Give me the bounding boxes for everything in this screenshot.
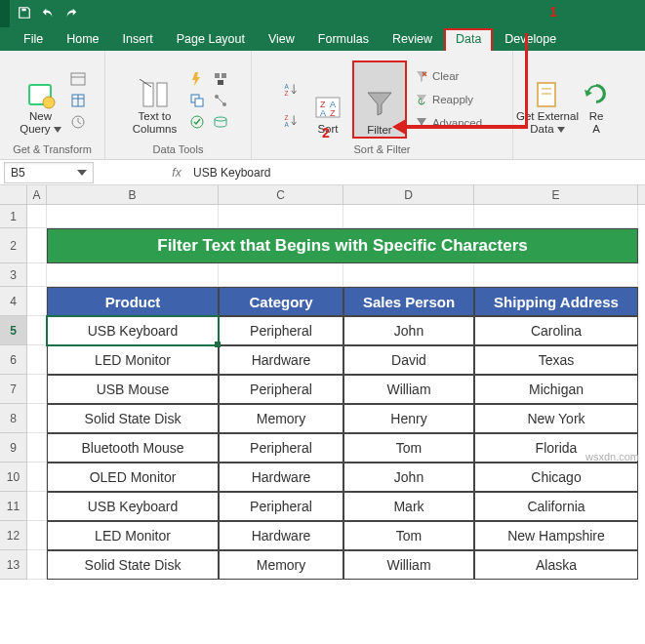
sort-asc-icon[interactable]: AZ	[278, 77, 303, 102]
relationships-icon[interactable]	[211, 91, 230, 110]
cell[interactable]: Hardware	[219, 521, 343, 550]
redo-icon[interactable]	[64, 6, 78, 22]
cell[interactable]	[47, 263, 219, 287]
cell[interactable]: Henry	[343, 404, 474, 433]
header-product[interactable]: Product	[47, 287, 219, 316]
row-header[interactable]: 10	[0, 463, 27, 492]
cell[interactable]	[27, 287, 47, 316]
tab-file[interactable]: File	[12, 28, 55, 51]
cell[interactable]	[27, 550, 47, 580]
cell[interactable]: Mark	[343, 492, 474, 521]
consolidate-icon[interactable]	[211, 69, 230, 89]
data-validation-icon[interactable]	[187, 112, 207, 132]
header-sales-person[interactable]: Sales Person	[343, 287, 474, 316]
cell[interactable]: Peripheral	[219, 375, 343, 404]
cell[interactable]: Hardware	[219, 345, 343, 375]
cell[interactable]: Carolina	[474, 316, 638, 345]
cell[interactable]	[27, 492, 47, 521]
cell[interactable]: Tom	[343, 521, 474, 550]
cell[interactable]	[27, 228, 47, 263]
cell[interactable]: USB Keyboard	[47, 492, 219, 521]
cell[interactable]: Peripheral	[219, 492, 343, 521]
show-queries-icon[interactable]	[68, 69, 88, 89]
tab-data[interactable]: Data	[444, 28, 493, 51]
cell[interactable]: Memory	[219, 550, 343, 580]
row-header[interactable]: 7	[0, 375, 27, 404]
cell[interactable]: Solid State Disk	[47, 550, 219, 580]
cell[interactable]	[219, 263, 343, 287]
text-to-columns-button[interactable]: Text to Columns	[127, 61, 183, 138]
row-header[interactable]: 11	[0, 492, 27, 521]
row-header[interactable]: 2	[0, 228, 27, 263]
tab-home[interactable]: Home	[55, 28, 110, 51]
cell[interactable]: New Hampshire	[474, 521, 638, 550]
reapply-filter-button[interactable]: Reapply	[411, 89, 486, 110]
cell[interactable]: Peripheral	[219, 433, 343, 463]
header-category[interactable]: Category	[219, 287, 343, 316]
cell[interactable]: California	[474, 492, 638, 521]
col-header-c[interactable]: C	[219, 185, 343, 204]
cell[interactable]	[343, 205, 474, 228]
col-header-b[interactable]: B	[47, 185, 219, 204]
cell[interactable]	[474, 205, 638, 228]
title-cell[interactable]: Filter Text that Begins with Specific Ch…	[47, 228, 638, 263]
cell[interactable]: LED Monitor	[47, 521, 219, 550]
cell[interactable]: LED Monitor	[47, 345, 219, 375]
cell[interactable]	[27, 463, 47, 492]
select-all-corner[interactable]	[0, 185, 27, 205]
cell[interactable]: Texas	[474, 345, 638, 375]
advanced-filter-button[interactable]: Advanced	[411, 112, 486, 134]
cell[interactable]: OLED Monitor	[47, 463, 219, 492]
row-header[interactable]: 9	[0, 433, 27, 463]
cell[interactable]	[27, 263, 47, 287]
cell[interactable]	[343, 263, 474, 287]
row-header[interactable]: 8	[0, 404, 27, 433]
cell[interactable]: Alaska	[474, 550, 638, 580]
row-header[interactable]: 3	[0, 263, 27, 287]
tab-view[interactable]: View	[257, 28, 306, 51]
cell[interactable]: William	[343, 375, 474, 404]
tab-insert[interactable]: Insert	[111, 28, 165, 51]
col-header-e[interactable]: E	[474, 185, 638, 204]
new-query-button[interactable]: New Query	[18, 61, 64, 138]
cell[interactable]: David	[343, 345, 474, 375]
header-shipping-address[interactable]: Shipping Address	[474, 287, 638, 316]
cell[interactable]: Chicago	[474, 463, 638, 492]
tab-formulas[interactable]: Formulas	[306, 28, 381, 51]
cell[interactable]: Hardware	[219, 463, 343, 492]
name-box[interactable]: B5	[4, 162, 94, 183]
row-header[interactable]: 4	[0, 287, 27, 316]
from-table-icon[interactable]	[68, 91, 88, 110]
cell[interactable]	[27, 345, 47, 375]
row-header[interactable]: 6	[0, 345, 27, 375]
clear-filter-button[interactable]: Clear	[411, 65, 486, 87]
col-header-a[interactable]: A	[27, 185, 47, 204]
row-header[interactable]: 5	[0, 316, 27, 345]
formula-bar[interactable]: USB Keyboard	[187, 166, 645, 180]
cell[interactable]	[27, 316, 47, 345]
cell[interactable]: New York	[474, 404, 638, 433]
cell[interactable]: William	[343, 550, 474, 580]
cell[interactable]	[474, 263, 638, 287]
cell[interactable]: Tom	[343, 433, 474, 463]
fx-icon[interactable]: fx	[166, 166, 187, 180]
cell[interactable]	[47, 205, 219, 228]
cell[interactable]	[27, 433, 47, 463]
sort-desc-icon[interactable]: ZA	[278, 108, 303, 134]
cell[interactable]: Memory	[219, 404, 343, 433]
row-header[interactable]: 1	[0, 205, 27, 228]
cell[interactable]	[27, 404, 47, 433]
cell[interactable]: Solid State Disk	[47, 404, 219, 433]
cell[interactable]	[27, 521, 47, 550]
row-header[interactable]: 13	[0, 550, 27, 580]
cell[interactable]: USB Keyboard	[47, 316, 219, 345]
cell[interactable]: Peripheral	[219, 316, 343, 345]
cell[interactable]: Bluetooth Mouse	[47, 433, 219, 463]
tab-developer[interactable]: Develope	[493, 28, 568, 51]
manage-data-model-icon[interactable]	[211, 112, 230, 132]
cell[interactable]	[219, 205, 343, 228]
undo-icon[interactable]	[41, 6, 55, 22]
cell[interactable]: USB Mouse	[47, 375, 219, 404]
recent-sources-icon[interactable]	[68, 112, 88, 132]
tab-page-layout[interactable]: Page Layout	[165, 28, 257, 51]
